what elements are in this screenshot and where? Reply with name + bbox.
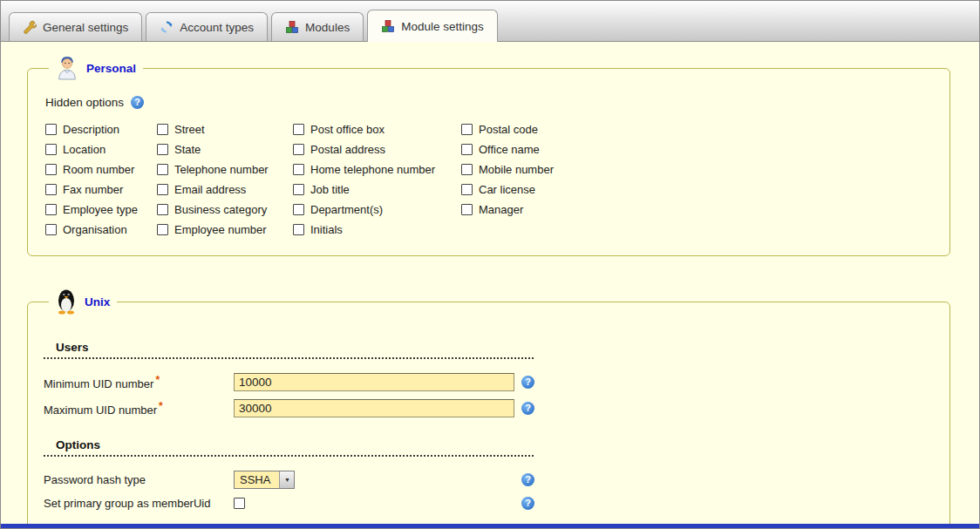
lam-module-settings-page: General settings Account types (0, 0, 980, 529)
tab-label: Account types (180, 21, 254, 34)
member-uid-control (234, 498, 521, 509)
checkbox-home-telephone-number[interactable]: Home telephone number (293, 163, 461, 176)
modules-icon (285, 20, 299, 34)
checkbox[interactable] (45, 224, 57, 235)
checkbox[interactable] (45, 144, 57, 155)
max-uid-row: Maximum UID number* ? (44, 399, 934, 417)
checkbox-telephone-number[interactable]: Telephone number (157, 163, 293, 176)
checkbox-email-address[interactable]: Email address (157, 183, 293, 196)
min-uid-row: Minimum UID number* ? (44, 373, 934, 391)
checkbox[interactable] (293, 184, 304, 195)
checkbox[interactable] (45, 204, 57, 215)
chevron-down-icon[interactable]: ▼ (279, 471, 294, 488)
checkbox-business-category[interactable]: Business category (157, 203, 293, 216)
checkbox-job-title[interactable]: Job title (293, 183, 461, 196)
checkbox[interactable] (157, 144, 168, 155)
options-heading: Options (44, 438, 534, 457)
checkbox-location[interactable]: Location (45, 143, 157, 156)
checkbox[interactable] (461, 124, 473, 135)
required-marker: * (159, 400, 163, 412)
unix-legend: Unix (49, 288, 117, 315)
tab-bar: General settings Account types (1, 1, 979, 42)
section-title: Personal (86, 62, 136, 75)
checkbox[interactable] (461, 144, 473, 155)
checkbox-label: Fax number (63, 183, 123, 196)
tab-account-types[interactable]: Account types (146, 12, 268, 41)
checkbox[interactable] (293, 204, 304, 215)
checkbox[interactable] (293, 124, 304, 135)
checkbox-state[interactable]: State (157, 143, 293, 156)
checkbox[interactable] (45, 164, 57, 175)
checkbox[interactable] (461, 184, 473, 195)
required-marker: * (155, 374, 160, 386)
checkbox-label: Telephone number (174, 163, 269, 176)
account-types-icon (160, 20, 174, 34)
tux-icon (56, 288, 77, 315)
checkbox-manager[interactable]: Manager (461, 203, 653, 216)
personal-legend: Personal (49, 56, 143, 80)
content-area: Personal Hidden options ? Description St… (1, 42, 979, 529)
tab-modules[interactable]: Modules (271, 12, 364, 41)
checkbox[interactable] (157, 224, 168, 235)
checkbox-fax-number[interactable]: Fax number (45, 183, 157, 196)
member-uid-row: Set primary group as memberUid ? (44, 497, 934, 510)
footer-divider (1, 524, 979, 528)
checkbox[interactable] (157, 184, 168, 195)
checkbox-label: Postal address (310, 143, 385, 156)
checkbox[interactable] (45, 184, 57, 195)
checkbox-label: Business category (174, 203, 267, 216)
help-icon[interactable]: ? (521, 497, 534, 510)
hidden-options-label: Hidden options (45, 96, 124, 109)
checkbox-postal-address[interactable]: Postal address (293, 143, 461, 156)
checkbox-label: Job title (310, 183, 350, 196)
help-icon[interactable]: ? (521, 473, 534, 486)
help-icon[interactable]: ? (131, 96, 144, 109)
checkbox-initials[interactable]: Initials (293, 223, 461, 236)
min-uid-control (234, 373, 521, 391)
hidden-options-row: Hidden options ? (45, 96, 934, 109)
checkbox-departments[interactable]: Department(s) (293, 203, 461, 216)
checkbox[interactable] (157, 164, 168, 175)
password-hash-select[interactable]: SSHA ▼ (234, 471, 295, 489)
checkbox[interactable] (293, 164, 304, 175)
checkbox-label: Room number (63, 163, 134, 176)
checkbox-description[interactable]: Description (45, 123, 157, 136)
person-icon (56, 56, 78, 80)
checkbox-label: Postal code (479, 123, 538, 136)
checkbox[interactable] (461, 164, 473, 175)
member-uid-checkbox[interactable] (234, 498, 245, 509)
checkbox[interactable] (461, 204, 473, 215)
max-uid-input[interactable] (234, 399, 514, 417)
personal-section: Personal Hidden options ? Description St… (27, 56, 950, 256)
help-icon[interactable]: ? (521, 376, 534, 389)
checkbox-office-name[interactable]: Office name (461, 143, 653, 156)
tab-label: Module settings (401, 20, 484, 33)
checkbox-street[interactable]: Street (157, 123, 293, 136)
users-heading: Users (44, 341, 534, 359)
checkbox[interactable] (293, 224, 304, 235)
checkbox-mobile-number[interactable]: Mobile number (461, 163, 653, 176)
checkbox-label: Description (63, 123, 119, 136)
checkbox-employee-number[interactable]: Employee number (157, 223, 293, 236)
checkbox-organisation[interactable]: Organisation (45, 223, 157, 236)
password-hash-label: Password hash type (44, 473, 234, 486)
checkbox-label: Mobile number (479, 163, 554, 176)
checkbox-label: Employee type (63, 203, 138, 216)
member-uid-label: Set primary group as memberUid (44, 497, 234, 510)
checkbox-label: Office name (479, 143, 540, 156)
checkbox[interactable] (157, 204, 168, 215)
tab-general-settings[interactable]: General settings (9, 12, 142, 41)
min-uid-input[interactable] (234, 373, 514, 391)
checkbox-postal-code[interactable]: Postal code (461, 123, 653, 136)
checkbox-car-license[interactable]: Car license (461, 183, 653, 196)
checkbox-post-office-box[interactable]: Post office box (293, 123, 461, 136)
help-icon[interactable]: ? (521, 402, 534, 415)
checkbox[interactable] (293, 144, 304, 155)
max-uid-label: Maximum UID number* (44, 400, 234, 417)
selected-value: SSHA (235, 471, 279, 488)
checkbox-employee-type[interactable]: Employee type (45, 203, 157, 216)
tab-module-settings[interactable]: Module settings (367, 10, 498, 42)
checkbox[interactable] (157, 124, 168, 135)
checkbox-room-number[interactable]: Room number (45, 163, 157, 176)
checkbox[interactable] (45, 124, 57, 135)
